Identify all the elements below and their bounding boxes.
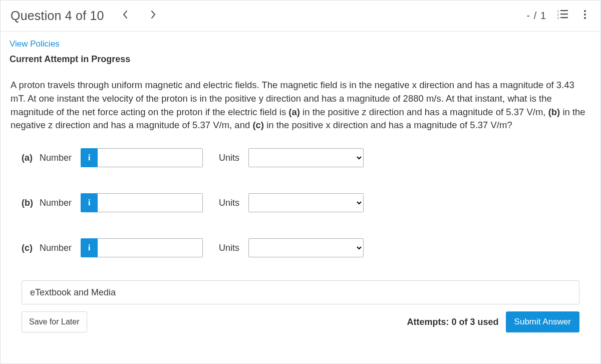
units-select-c[interactable] [248,238,364,257]
units-label: Units [219,153,239,163]
score-display: - / 1 [527,10,546,22]
header-right: - / 1 1 2 3 [527,10,590,22]
resources-row: eTextbook and Media [10,280,591,304]
svg-point-7 [584,14,586,16]
attempt-heading: Current Attempt in Progress [10,54,591,65]
number-input-b[interactable] [98,193,203,212]
info-button-b[interactable]: i [81,193,98,212]
etextbook-media-button[interactable]: eTextbook and Media [22,280,579,304]
part-c-label: (c) [252,120,264,130]
svg-point-6 [584,10,586,12]
svg-point-8 [584,17,586,19]
more-options-button[interactable] [579,11,590,22]
part-b-label: (b) [548,107,560,117]
part-a-label: (a) [288,107,300,117]
question-list-button[interactable]: 1 2 3 [557,11,568,22]
units-label: Units [219,198,239,208]
svg-text:1: 1 [557,10,559,13]
save-for-later-button[interactable]: Save for Later [22,311,87,332]
question-title: Question 4 of 10 [11,9,104,23]
svg-rect-5 [560,17,568,18]
view-policies-link[interactable]: View Policies [10,39,60,49]
part-c-text: in the positive x direction and has a ma… [266,120,512,130]
next-question-button[interactable] [147,10,159,22]
svg-text:3: 3 [557,17,559,20]
svg-rect-1 [560,10,568,11]
svg-text:2: 2 [557,13,559,16]
number-input-a[interactable] [98,148,203,167]
answer-part-id: (a) [22,153,40,163]
answer-part-id: (c) [22,243,40,253]
units-select-a[interactable] [248,148,364,167]
numbered-list-icon: 1 2 3 [557,9,568,23]
footer-row: Save for Later Attempts: 0 of 3 used Sub… [10,304,591,332]
chevron-left-icon [123,11,128,21]
number-input-c[interactable] [98,238,203,257]
units-select-b[interactable] [248,193,364,212]
number-label: Number [40,198,81,208]
units-label: Units [219,243,239,253]
part-a-text: in the positive z direction and has a ma… [303,107,548,117]
answer-row-b: (b) Number i Units [22,193,579,212]
answer-row-a: (a) Number i Units [22,148,579,167]
kebab-menu-icon [579,9,590,23]
answer-part-id: (b) [22,198,40,208]
info-icon: i [88,198,91,208]
problem-statement: A proton travels through uniform magneti… [11,79,590,132]
prev-question-button[interactable] [119,10,131,22]
question-page: Question 4 of 10 - / 1 1 2 [0,0,601,364]
attempts-remaining: Attempts: 0 of 3 used [407,317,499,327]
answer-row-c: (c) Number i Units [22,238,579,257]
answer-block: (a) Number i Units (b) Number i Units [10,148,591,257]
submit-answer-button[interactable]: Submit Answer [506,311,579,332]
question-nav [119,10,159,22]
number-label: Number [40,243,81,253]
chevron-right-icon [151,11,156,21]
info-button-c[interactable]: i [81,238,98,257]
info-icon: i [88,243,91,253]
question-header: Question 4 of 10 - / 1 1 2 [1,1,600,32]
info-button-a[interactable]: i [81,148,98,167]
svg-rect-3 [560,14,568,15]
number-label: Number [40,153,81,163]
info-icon: i [88,153,91,163]
question-body: View Policies Current Attempt in Progres… [1,32,600,341]
